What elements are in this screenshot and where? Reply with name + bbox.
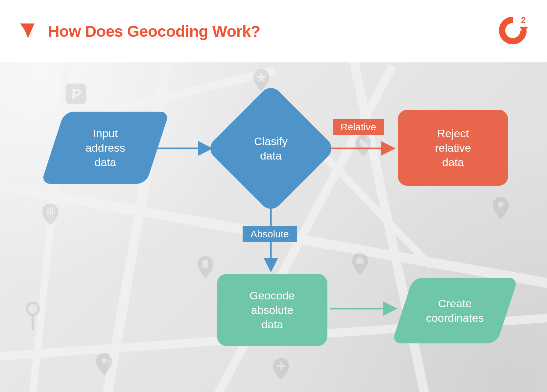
header: How Does Geocoding Work? 2 xyxy=(0,0,547,62)
node-coords-label: Create coordinates xyxy=(426,296,484,325)
node-input-address: Input address data xyxy=(41,112,169,184)
edge-label-relative: Relative xyxy=(333,119,384,135)
edge-label-absolute: Absolute xyxy=(243,226,297,242)
page-title: How Does Geocoding Work? xyxy=(48,22,260,40)
node-reject-relative: Reject relative data xyxy=(398,110,508,186)
diagram-canvas: P xyxy=(0,62,547,392)
node-classify-label: Clasify data xyxy=(254,134,288,163)
node-geocode-absolute: Geocode absolute data xyxy=(217,274,327,346)
node-create-coordinates: Create coordinates xyxy=(392,278,518,343)
flowchart: Input address data Clasify data Reject r… xyxy=(0,62,547,392)
node-geocode-label: Geocode absolute data xyxy=(250,288,295,332)
g2-logo-icon: 2 xyxy=(497,15,529,48)
node-classify-data: Clasify data xyxy=(225,102,317,194)
node-input-label: Input address data xyxy=(85,126,125,170)
svg-text:2: 2 xyxy=(521,15,526,25)
breadcrumb-arrow-icon xyxy=(18,22,36,41)
node-reject-label: Reject relative data xyxy=(435,126,471,170)
header-left: How Does Geocoding Work? xyxy=(18,22,260,41)
